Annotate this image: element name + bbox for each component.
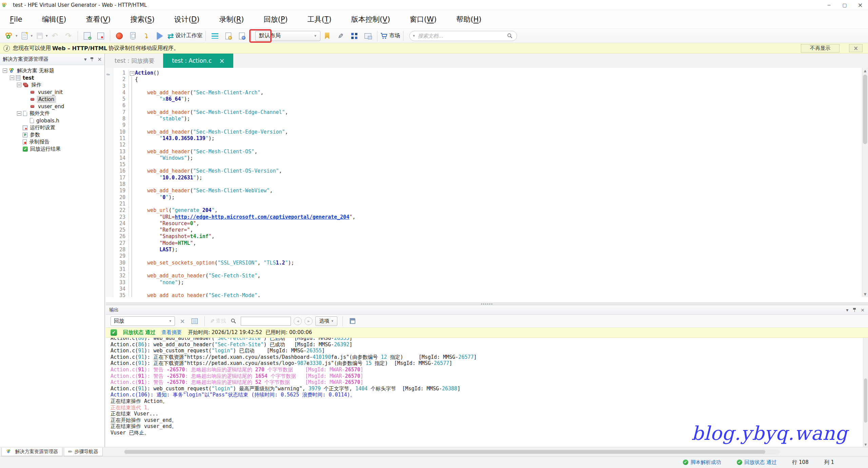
record-button[interactable]	[113, 30, 125, 42]
redo-button[interactable]: ↷	[62, 30, 75, 42]
menu-帮助[interactable]: 帮助(H)	[447, 10, 491, 28]
replay-button[interactable]	[154, 30, 166, 42]
tree-item-label: vuser_end	[37, 103, 65, 110]
tree-collapse-icon[interactable]: −	[17, 83, 21, 87]
annotate-button[interactable]: ✎	[335, 30, 347, 42]
menu-工具[interactable]: 工具(T)	[298, 10, 341, 28]
save-button[interactable]	[34, 30, 46, 42]
search-log-button[interactable]	[229, 316, 238, 326]
maximize-button[interactable]: ▢	[837, 0, 852, 10]
tree-collapse-icon[interactable]: −	[3, 69, 7, 73]
scrollbar-thumb[interactable]	[864, 378, 867, 423]
tab-close-icon[interactable]: ×	[219, 57, 224, 64]
log-line: Action.c(91): 正在下载资源"https://petad.xuan.…	[111, 354, 861, 360]
output-vertical-scrollbar[interactable]: ▼	[863, 338, 868, 447]
view-summary-link[interactable]: 查看摘要	[161, 329, 182, 336]
output-horizontal-scrollbar[interactable]	[124, 449, 780, 454]
scroll-up-icon[interactable]: ▲	[862, 68, 868, 74]
find-next-button[interactable]: ▸	[304, 317, 313, 325]
panel-close-icon[interactable]: ×	[97, 56, 102, 62]
tree-item-额外文件[interactable]: −额外文件	[0, 110, 104, 117]
tab-solution-explorer[interactable]: 解决方案资源管理器	[1, 448, 62, 456]
scroll-down-icon[interactable]: ▼	[862, 291, 868, 297]
minimize-button[interactable]: ─	[821, 0, 837, 10]
regenerate-script-button[interactable]	[81, 30, 93, 42]
step-navigator-button[interactable]	[209, 30, 221, 42]
message-panel-button[interactable]	[190, 316, 199, 326]
fold-guide-line	[129, 233, 135, 240]
fold-collapse-icon[interactable]	[129, 70, 135, 76]
thumbnail-view-button[interactable]	[348, 30, 360, 42]
tree-item-globals.h[interactable]: globals.h	[0, 117, 104, 124]
replay-log[interactable]: Action.c(86): web_add_auto_header("Sec-F…	[106, 338, 868, 447]
menu-查看[interactable]: 查看(V)	[76, 10, 120, 28]
window-layout-button[interactable]	[362, 30, 374, 42]
chevron-down-icon[interactable]: ▾	[46, 34, 48, 38]
tab-step-navigator[interactable]: ✎ 步骤导航器	[64, 448, 103, 456]
tree-item-回放运行结果[interactable]: ✔回放运行结果	[0, 145, 104, 153]
tree-item-操作[interactable]: −操作	[0, 81, 104, 89]
log-search-input[interactable]	[241, 317, 291, 326]
compile-button[interactable]	[127, 30, 139, 42]
notice-close-button[interactable]: ×	[849, 44, 863, 52]
menu-录制[interactable]: 录制(R)	[209, 10, 254, 28]
close-button[interactable]: ×	[852, 0, 868, 10]
snapshot-record-button[interactable]	[222, 30, 235, 42]
chevron-down-icon[interactable]: ▾	[31, 34, 33, 38]
undo-button[interactable]: ↶	[49, 30, 61, 42]
run-until-button[interactable]	[140, 30, 153, 42]
panel-menu-icon[interactable]: ▾	[84, 56, 87, 62]
search-icon[interactable]	[507, 33, 513, 39]
scrollbar-thumb[interactable]	[124, 450, 765, 454]
editor-tab-test : Action.c[interactable]: test : Action.c×	[163, 54, 233, 68]
search-input[interactable]	[418, 33, 507, 39]
options-button[interactable]: 选项 ▾	[315, 316, 337, 326]
vugen-menu-button[interactable]	[3, 30, 16, 42]
tree-item-解决方案 无标题[interactable]: −解决方案 无标题	[0, 67, 104, 74]
snapshot-replay-button[interactable]	[236, 30, 248, 42]
layout-select[interactable]: 默认布局 ▾	[255, 31, 320, 41]
tree-item-vuser_end[interactable]: vuser_end	[0, 103, 104, 110]
tree-item-test[interactable]: −test	[0, 74, 104, 81]
editor-vertical-scrollbar[interactable]: ▲ ▼	[862, 68, 868, 297]
tree-item-参数[interactable]: P参数	[0, 131, 104, 138]
menu-编辑[interactable]: 编辑(E)	[32, 10, 76, 28]
marketplace-button[interactable]: 市场	[380, 30, 400, 42]
line-number: 6	[113, 102, 129, 109]
chevron-down-icon[interactable]: ▾	[16, 34, 18, 38]
panel-close-icon[interactable]: ×	[861, 307, 865, 313]
find-button[interactable]: ✎ 查找	[210, 316, 226, 326]
log-type-select[interactable]: 回放 ▾	[111, 316, 175, 326]
menu-窗口[interactable]: 窗口(W)	[400, 10, 447, 28]
design-studio-button[interactable]: ⇄ 设计工作室	[167, 30, 202, 42]
menu-File[interactable]: File	[0, 10, 32, 28]
line-number: 27	[113, 240, 129, 247]
runtime-settings-button[interactable]	[95, 30, 107, 42]
editor-output-splitter[interactable]	[106, 303, 868, 305]
chevron-down-icon[interactable]: ▾	[413, 34, 415, 38]
editor-tab-test : 回放摘要[interactable]: test : 回放摘要	[106, 54, 163, 68]
menu-设计[interactable]: 设计(D)	[164, 10, 210, 28]
scroll-down-icon[interactable]: ▼	[863, 442, 868, 447]
tree-item-vuser_init[interactable]: vuser_init	[0, 89, 104, 96]
doc-search-box[interactable]: ▾	[409, 31, 517, 41]
panel-menu-icon[interactable]: ▾	[846, 307, 848, 313]
tree-collapse-icon[interactable]: −	[17, 111, 21, 116]
tree-item-Action[interactable]: Action	[0, 96, 104, 103]
code-editor[interactable]: ✎ 1Action()2{34 web_add_header("Sec-Mesh…	[106, 68, 868, 297]
clear-log-button[interactable]: ×	[178, 316, 187, 326]
scrollbar-thumb[interactable]	[863, 75, 867, 144]
menu-版本控制[interactable]: 版本控制(V)	[341, 10, 400, 28]
dont-show-again-button[interactable]: 不再显示	[801, 44, 840, 53]
new-script-button[interactable]	[19, 30, 31, 42]
tree-collapse-icon[interactable]: −	[10, 76, 14, 80]
pin-icon[interactable]	[852, 308, 856, 312]
bookmark-button[interactable]	[321, 30, 333, 42]
pin-icon[interactable]	[90, 57, 94, 62]
tree-item-录制报告[interactable]: 录制报告	[0, 138, 104, 145]
find-previous-button[interactable]: ◂	[294, 317, 302, 325]
save-log-button[interactable]	[348, 316, 357, 326]
menu-搜索[interactable]: 搜索(S)	[120, 10, 164, 28]
menu-回放[interactable]: 回放(P)	[254, 10, 297, 28]
tree-item-运行时设置[interactable]: 运行时设置	[0, 124, 104, 131]
